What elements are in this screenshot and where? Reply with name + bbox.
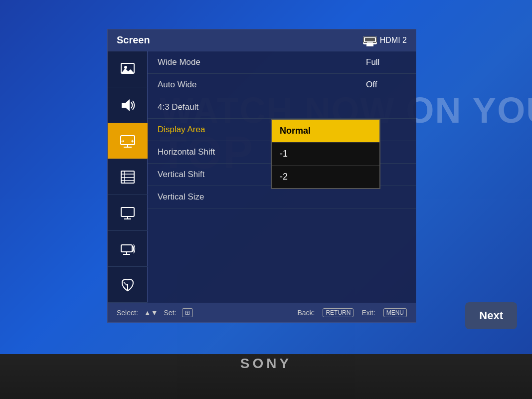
svg-point-4 — [124, 66, 127, 69]
select-label: Select: — [117, 309, 138, 317]
osd-title: Screen — [117, 34, 150, 46]
osd-panel: Screen HDMI 2 — [107, 29, 416, 323]
sidebar-item-eco[interactable] — [108, 267, 148, 303]
wide-mode-value: Full — [366, 57, 406, 67]
svg-marker-11 — [123, 140, 124, 143]
vertical-shift-label: Vertical Shift — [158, 170, 205, 180]
sidebar-item-audio[interactable] — [108, 87, 148, 123]
svg-rect-2 — [367, 42, 373, 44]
up-arrow-icon: ▲▼ — [144, 309, 158, 317]
hdmi-icon — [363, 36, 377, 44]
dropdown-option-minus2[interactable]: -2 — [272, 166, 379, 188]
wide-mode-label: Wide Mode — [158, 57, 200, 67]
exit-label: Exit: — [361, 309, 375, 317]
osd-body: Wide Mode Full Auto Wide Off 4:3 Default… — [108, 51, 416, 303]
osd-header: Screen HDMI 2 — [108, 29, 416, 51]
settings-content: Wide Mode Full Auto Wide Off 4:3 Default… — [148, 51, 416, 303]
menu-key-badge: MENU — [383, 308, 407, 317]
hdmi-badge: HDMI 2 — [363, 36, 407, 45]
auto-wide-value: Off — [366, 80, 406, 90]
4-3-default-label: 4:3 Default — [158, 102, 198, 112]
svg-marker-13 — [131, 140, 133, 143]
display-area-label: Display Area — [158, 125, 205, 135]
sidebar-item-screen[interactable] — [108, 123, 148, 159]
sony-logo: SONY — [240, 356, 292, 372]
svg-rect-1 — [365, 38, 375, 41]
tv-bottom-bar: SONY — [0, 354, 532, 399]
sidebar — [108, 51, 148, 303]
setting-auto-wide[interactable]: Auto Wide Off — [148, 74, 416, 96]
setting-wide-mode[interactable]: Wide Mode Full — [148, 51, 416, 74]
osd-footer: Select: ▲▼ Set: ⊞ Back: RETURN Exit: MEN… — [108, 303, 416, 322]
dropdown-option-minus1[interactable]: -1 — [272, 143, 379, 166]
auto-wide-label: Auto Wide — [158, 80, 196, 90]
vertical-size-label: Vertical Size — [158, 192, 204, 202]
setting-vertical-size[interactable]: Vertical Size — [148, 186, 416, 208]
next-button[interactable]: Next — [465, 302, 517, 329]
back-label: Back: — [297, 309, 315, 317]
setting-display-area[interactable]: Display Area Normal -1 -2 — [148, 119, 416, 141]
svg-rect-22 — [121, 245, 132, 252]
set-key-badge: ⊞ — [182, 308, 193, 317]
sidebar-item-list[interactable] — [108, 159, 148, 195]
sidebar-item-monitor[interactable] — [108, 195, 148, 231]
return-key-badge: RETURN — [323, 308, 354, 317]
svg-rect-19 — [121, 207, 134, 216]
svg-marker-5 — [121, 68, 134, 73]
svg-marker-6 — [122, 99, 130, 111]
set-label: Set: — [164, 309, 177, 317]
footer-left: Select: ▲▼ Set: ⊞ — [117, 308, 193, 317]
sidebar-item-picture[interactable] — [108, 51, 148, 87]
svg-rect-14 — [121, 171, 134, 183]
sidebar-item-wireless[interactable] — [108, 231, 148, 267]
display-area-dropdown[interactable]: Normal -1 -2 — [271, 119, 380, 189]
dropdown-option-normal[interactable]: Normal — [272, 120, 379, 143]
hdmi-label: HDMI 2 — [380, 36, 407, 45]
footer-right: Back: RETURN Exit: MENU — [297, 308, 407, 317]
setting-4-3-default[interactable]: 4:3 Default — [148, 96, 416, 119]
horizontal-shift-label: Horizontal Shift — [158, 147, 215, 157]
